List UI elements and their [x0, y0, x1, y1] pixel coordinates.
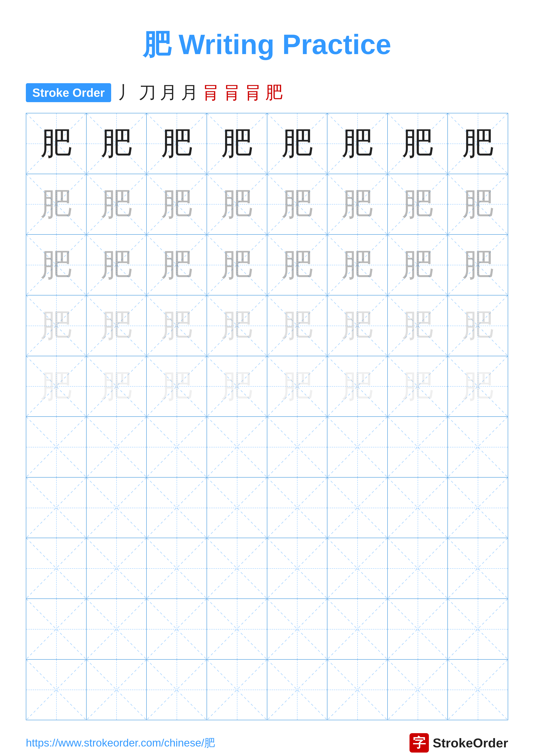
grid-cell[interactable] [327, 417, 388, 477]
grid-row[interactable]: 肥 肥 肥 肥 肥 肥 肥 肥 [26, 113, 508, 174]
grid-cell[interactable]: 肥 [87, 235, 147, 295]
grid-cell[interactable] [267, 417, 328, 477]
grid-cell[interactable] [267, 538, 328, 599]
grid-cell[interactable] [87, 477, 147, 538]
grid-cell[interactable] [388, 599, 448, 659]
grid-cell[interactable]: 肥 [26, 356, 87, 417]
grid-row[interactable]: 肥 肥 肥 肥 肥 肥 肥 肥 [26, 174, 508, 235]
grid-cell[interactable] [207, 417, 267, 477]
practice-char: 肥 [342, 310, 373, 341]
grid-row[interactable]: 肥 肥 肥 肥 肥 肥 肥 肥 [26, 356, 508, 417]
grid-cell[interactable]: 肥 [327, 174, 388, 234]
grid-cell[interactable] [26, 417, 87, 477]
svg-line-129 [26, 599, 86, 659]
grid-cell[interactable]: 肥 [327, 356, 388, 417]
grid-row[interactable]: 肥 肥 肥 肥 肥 肥 肥 肥 [26, 295, 508, 356]
stroke-2: 刀 [139, 81, 156, 104]
grid-cell[interactable]: 肥 [87, 113, 147, 174]
practice-char: 肥 [342, 371, 373, 402]
grid-cell[interactable]: 肥 [388, 295, 448, 356]
grid-row[interactable] [26, 417, 508, 477]
grid-row[interactable] [26, 477, 508, 538]
grid-row[interactable] [26, 660, 508, 720]
grid-cell[interactable] [448, 417, 508, 477]
grid-cell[interactable]: 肥 [207, 235, 267, 295]
grid-cell[interactable]: 肥 [207, 295, 267, 356]
grid-cell[interactable] [147, 538, 207, 599]
grid-cell[interactable] [26, 599, 87, 659]
grid-row[interactable] [26, 538, 508, 599]
svg-line-101 [147, 477, 207, 538]
grid-cell[interactable] [388, 538, 448, 599]
grid-cell[interactable] [26, 538, 87, 599]
grid-cell[interactable] [448, 599, 508, 659]
grid-cell[interactable]: 肥 [26, 235, 87, 295]
svg-line-80 [26, 417, 86, 477]
grid-cell[interactable] [448, 538, 508, 599]
grid-cell[interactable]: 肥 [267, 356, 328, 417]
grid-cell[interactable] [207, 599, 267, 659]
grid-cell[interactable]: 肥 [26, 295, 87, 356]
grid-cell[interactable] [388, 660, 448, 720]
grid-cell[interactable] [207, 660, 267, 720]
grid-cell[interactable]: 肥 [87, 356, 147, 417]
grid-cell[interactable]: 肥 [147, 113, 207, 174]
grid-cell[interactable] [147, 599, 207, 659]
grid-cell[interactable] [327, 599, 388, 659]
grid-cell[interactable]: 肥 [267, 235, 328, 295]
grid-cell[interactable] [207, 538, 267, 599]
grid-cell[interactable] [87, 660, 147, 720]
grid-cell[interactable]: 肥 [87, 174, 147, 234]
grid-cell[interactable] [267, 477, 328, 538]
grid-cell[interactable]: 肥 [448, 113, 508, 174]
grid-cell[interactable]: 肥 [448, 235, 508, 295]
grid-row[interactable]: 肥 肥 肥 肥 肥 肥 肥 肥 [26, 235, 508, 295]
grid-cell[interactable]: 肥 [207, 356, 267, 417]
grid-cell[interactable] [388, 477, 448, 538]
grid-cell[interactable]: 肥 [26, 174, 87, 234]
grid-cell[interactable] [87, 417, 147, 477]
grid-cell[interactable]: 肥 [448, 356, 508, 417]
grid-cell[interactable]: 肥 [388, 113, 448, 174]
grid-cell[interactable] [207, 477, 267, 538]
grid-cell[interactable]: 肥 [147, 174, 207, 234]
grid-cell[interactable] [147, 417, 207, 477]
grid-cell[interactable]: 肥 [388, 356, 448, 417]
grid-cell[interactable]: 肥 [147, 295, 207, 356]
grid-row[interactable] [26, 599, 508, 660]
grid-cell[interactable]: 肥 [147, 356, 207, 417]
grid-cell[interactable] [87, 599, 147, 659]
grid-cell[interactable] [26, 477, 87, 538]
grid-cell[interactable]: 肥 [267, 174, 328, 234]
grid-cell[interactable]: 肥 [267, 113, 328, 174]
svg-line-132 [147, 599, 207, 659]
grid-cell[interactable]: 肥 [147, 235, 207, 295]
svg-line-139 [327, 599, 387, 659]
grid-cell[interactable] [267, 660, 328, 720]
grid-cell[interactable]: 肥 [207, 113, 267, 174]
grid-cell[interactable]: 肥 [267, 295, 328, 356]
grid-cell[interactable] [147, 660, 207, 720]
grid-cell[interactable] [87, 538, 147, 599]
grid-cell[interactable] [448, 477, 508, 538]
grid-cell[interactable]: 肥 [327, 295, 388, 356]
grid-cell[interactable] [327, 477, 388, 538]
grid-cell[interactable]: 肥 [327, 113, 388, 174]
grid-cell[interactable] [388, 417, 448, 477]
grid-cell[interactable]: 肥 [448, 295, 508, 356]
grid-cell[interactable] [327, 538, 388, 599]
grid-cell[interactable] [26, 660, 87, 720]
grid-cell[interactable]: 肥 [388, 235, 448, 295]
grid-cell[interactable] [448, 660, 508, 720]
svg-line-156 [388, 660, 447, 720]
grid-cell[interactable] [327, 660, 388, 720]
grid-cell[interactable]: 肥 [448, 174, 508, 234]
grid-cell[interactable] [147, 477, 207, 538]
grid-cell[interactable]: 肥 [388, 174, 448, 234]
grid-cell[interactable]: 肥 [207, 174, 267, 234]
grid-cell[interactable]: 肥 [26, 113, 87, 174]
grid-cell[interactable]: 肥 [87, 295, 147, 356]
grid-cell[interactable]: 肥 [327, 235, 388, 295]
grid-cell[interactable] [267, 599, 328, 659]
practice-char: 肥 [40, 371, 72, 402]
